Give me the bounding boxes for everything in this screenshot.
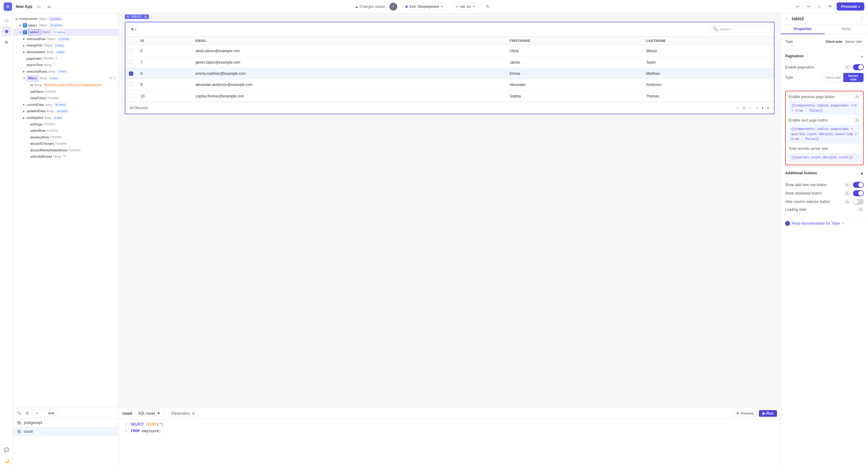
ver-selector[interactable]: ❧ ver v1 ▼: [452, 3, 479, 10]
sql-editor[interactable]: 1 SELECT COUNT(*) 2 FROM employee;: [119, 419, 781, 468]
promote-button[interactable]: Promote »: [837, 2, 864, 10]
tree-item-dataupdates[interactable]: ▶ dataUpdates Array 0 item: [13, 49, 119, 56]
tree-item-selectedrow[interactable]: ▶ selectedRow Object 4 entries: [13, 36, 119, 42]
tree-item-selectedrowid[interactable]: ▶ selectedRowId String "2": [13, 153, 119, 160]
tree-item-deselectrow[interactable]: ▶ deselectRow Function: [13, 134, 119, 141]
hide-column-selector-toggle[interactable]: [853, 199, 864, 205]
show-download-toggle[interactable]: [853, 190, 864, 196]
fx-show-download[interactable]: fx: [844, 191, 850, 196]
tab-styles[interactable]: Styles: [825, 24, 868, 34]
refresh-icon-btn[interactable]: ↻: [484, 2, 492, 11]
tree-item-setfilters[interactable]: ▶ setFilters Function: [13, 89, 119, 95]
sidebar-icon-components[interactable]: ⬢: [2, 27, 11, 36]
client-side-type-btn[interactable]: Client side: [823, 73, 843, 82]
sidebar-icon-home[interactable]: ⬡: [2, 16, 11, 25]
row-checkbox[interactable]: [125, 57, 137, 68]
next-page-btn[interactable]: ›: [747, 105, 754, 111]
delete-icon[interactable]: 🗑: [144, 15, 147, 19]
search-icon-btn[interactable]: 🔍: [16, 410, 22, 416]
checkbox[interactable]: [129, 60, 133, 64]
fx-enable-next[interactable]: fx: [854, 118, 860, 122]
tree-item-sortapplied[interactable]: ▶ sortApplied Array 0 item: [13, 115, 119, 121]
tree-item-changeset[interactable]: ▶ changeSet Object 0 entry: [13, 42, 119, 49]
row-checkbox[interactable]: ✓: [125, 68, 137, 79]
db-count-item[interactable]: 🐘 count: [13, 427, 119, 436]
additional-actions-header[interactable]: Additional Actions ▲: [781, 168, 868, 178]
read-doc-link[interactable]: Read documentation for Table →: [781, 218, 868, 229]
preview-button[interactable]: 👁 Preview: [733, 410, 756, 417]
fx-enable-pagination[interactable]: fx: [844, 65, 850, 70]
tab-properties[interactable]: Properties: [781, 24, 825, 34]
table-row[interactable]: 10 sophia.thomas@example.com Sophia Thom…: [125, 90, 774, 102]
redo-btn[interactable]: ↪: [804, 2, 812, 11]
fx-loading-state[interactable]: fx: [858, 207, 864, 212]
enable-pagination-toggle[interactable]: [853, 64, 864, 70]
table-row[interactable]: 9 alexander.anderson@example.com Alexand…: [125, 79, 774, 90]
tree-item-clearfilters[interactable]: ▶ clearFilters Function: [13, 95, 119, 101]
fx-hide-column-selector[interactable]: fx: [844, 200, 850, 204]
tree-item-filters[interactable]: ▼ filters Array 0 item ⎘ ⬡: [13, 75, 119, 82]
sidebar-icon-database[interactable]: 💬: [2, 445, 11, 455]
total-records-code[interactable]: {{queries.count.data[0].count}}: [789, 153, 860, 162]
download-icon[interactable]: ⬇: [761, 106, 764, 110]
tree-item-pageindex[interactable]: ▶ pageIndex Number 2: [13, 56, 119, 62]
tree-item-selectrow[interactable]: ▶ selectRow Function: [13, 127, 119, 134]
tree-item-selectedrows[interactable]: ▶ selectedRows Array 0 item: [13, 68, 119, 75]
table-tag-label[interactable]: ⚙ TABLE2 🗑: [125, 14, 149, 19]
comment-icon-btn[interactable]: ▭: [35, 2, 43, 11]
tree-item-components[interactable]: ▶ components Object 2 entries: [13, 16, 119, 22]
env-selector[interactable]: Env Development ▼: [402, 3, 447, 10]
tree-item-currentdata[interactable]: ▶ currentData Array 40 items: [13, 101, 119, 108]
tree-item-setpage[interactable]: ▶ setPage Function: [13, 121, 119, 128]
add-query-button[interactable]: + count Add: [33, 410, 58, 416]
fx-show-add-row[interactable]: fx: [844, 183, 850, 187]
row-checkbox[interactable]: [125, 45, 137, 57]
pagination-nav[interactable]: ‹ 1 ›: [734, 105, 754, 111]
copy-icon[interactable]: ⎘: [110, 76, 112, 81]
type-toggle[interactable]: Client side Server side: [824, 38, 864, 45]
row-checkbox[interactable]: [125, 79, 137, 90]
checkbox[interactable]: [129, 48, 133, 53]
checkbox[interactable]: [129, 93, 133, 98]
back-button[interactable]: ←: [785, 16, 789, 21]
undo-btn[interactable]: ↩: [793, 2, 802, 11]
client-side-btn[interactable]: Client side: [824, 38, 844, 45]
tree-item-discardchanges[interactable]: ▶ discardChanges Function: [13, 141, 119, 147]
tree-item-discardnewlyaddedrows[interactable]: ▶ discardNewlyAddedRows Function: [13, 147, 119, 154]
add-row-icon[interactable]: +: [756, 106, 758, 110]
tree-item-searchtext[interactable]: ▶ searchText String "": [13, 62, 119, 68]
run-button[interactable]: ▶ Run: [759, 410, 777, 417]
table-row[interactable]: ✓ 8 emma.martinez@example.com Emma Marti…: [125, 68, 774, 79]
server-side-btn[interactable]: Server side: [844, 38, 864, 45]
search-input-box[interactable]: 🔍 Search: [710, 26, 770, 33]
server-side-type-btn[interactable]: Server side: [843, 73, 864, 82]
pagination-type-toggle[interactable]: Client side Server side: [823, 73, 864, 82]
enable-prev-code[interactable]: {{components.table1.pageIndex >=2 ? true…: [789, 101, 860, 115]
db-postgresql1-item[interactable]: 🐘 postgresql1: [13, 418, 119, 427]
share-icon-btn[interactable]: ⬡: [815, 2, 824, 11]
share-icon[interactable]: ⬡: [113, 76, 116, 81]
checkbox[interactable]: [129, 82, 133, 86]
checkbox[interactable]: ✓: [129, 71, 133, 76]
tree-item-table2[interactable]: ▼ T table2 Object 27 entries: [13, 29, 119, 36]
table-row[interactable]: 6 olivia.wilson@example.com Olivia Wilso…: [125, 45, 774, 57]
tree-item-updateddata[interactable]: ▶ updatedData Array 40 items: [13, 108, 119, 115]
column-selector-icon[interactable]: ⚙: [767, 106, 770, 110]
more-options-btn[interactable]: ⋮: [860, 17, 864, 21]
preview-icon-btn[interactable]: 👁: [826, 2, 834, 11]
filter-icon-btn[interactable]: ⊟: [24, 410, 31, 416]
pagination-section-header[interactable]: Pagination ▲: [781, 51, 868, 61]
version-icon-btn[interactable]: 🗂: [45, 2, 53, 11]
tree-item-table1[interactable]: ▶ T table1 Object 24 entries: [13, 22, 119, 29]
prev-page-btn[interactable]: ‹: [734, 105, 741, 111]
fx-enable-prev[interactable]: fx: [854, 94, 860, 99]
row-checkbox[interactable]: [125, 90, 137, 102]
sql-mode-dropdown[interactable]: SQL mode ▼: [135, 410, 164, 417]
enable-next-code[interactable]: {{components.table1.pageIndex < queries.…: [789, 125, 860, 144]
sidebar-icon-chat[interactable]: 🌙: [2, 456, 11, 466]
sidebar-icon-settings[interactable]: ⚙: [2, 37, 11, 47]
tree-item-id[interactable]: ▶ id String "0920dbda-183d-4239-94c0-eba…: [13, 82, 119, 89]
parameters-button[interactable]: Parameters +: [168, 410, 198, 417]
show-add-row-toggle[interactable]: [853, 182, 864, 188]
filter-button[interactable]: ▼=: [129, 25, 138, 34]
